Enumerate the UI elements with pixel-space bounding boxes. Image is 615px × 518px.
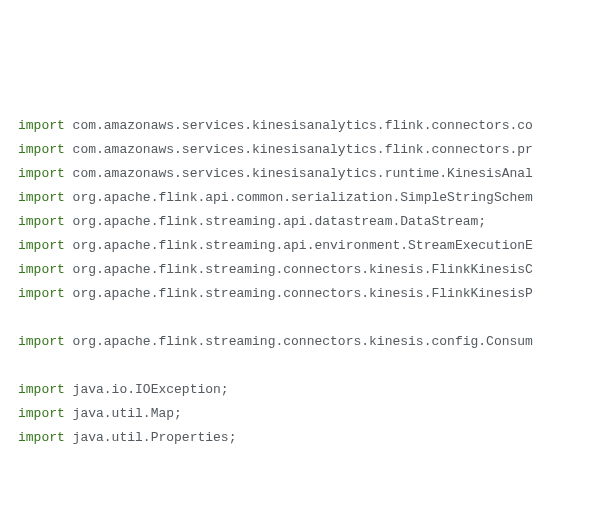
import-line: import com.amazonaws.services.kinesisana… — [18, 162, 597, 186]
keyword-import: import — [18, 118, 65, 133]
import-line: import org.apache.flink.streaming.api.da… — [18, 210, 597, 234]
keyword-import: import — [18, 262, 65, 277]
import-statement: com.amazonaws.services.kinesisanalytics.… — [65, 142, 533, 157]
import-line: import java.io.IOException; — [18, 378, 597, 402]
import-line: import org.apache.flink.streaming.connec… — [18, 282, 597, 306]
keyword-import: import — [18, 142, 65, 157]
import-line: import java.util.Properties; — [18, 426, 597, 450]
import-line: import java.util.Map; — [18, 402, 597, 426]
import-line: import com.amazonaws.services.kinesisana… — [18, 114, 597, 138]
import-statement: com.amazonaws.services.kinesisanalytics.… — [65, 166, 533, 181]
blank-line — [18, 450, 597, 474]
import-statement: org.apache.flink.streaming.connectors.ki… — [65, 286, 533, 301]
import-line: import com.amazonaws.services.kinesisana… — [18, 138, 597, 162]
import-line: import org.apache.flink.streaming.connec… — [18, 330, 597, 354]
keyword-import: import — [18, 382, 65, 397]
import-statement: java.util.Map; — [65, 406, 182, 421]
keyword-import: import — [18, 190, 65, 205]
keyword-import: import — [18, 430, 65, 445]
import-statement: java.io.IOException; — [65, 382, 229, 397]
keyword-import: import — [18, 406, 65, 421]
keyword-import: import — [18, 214, 65, 229]
blank-line — [18, 498, 597, 518]
import-statement: org.apache.flink.streaming.api.environme… — [65, 238, 533, 253]
import-statement: org.apache.flink.streaming.connectors.ki… — [65, 262, 533, 277]
import-statement: org.apache.flink.streaming.connectors.ki… — [65, 334, 533, 349]
keyword-import: import — [18, 286, 65, 301]
import-statement: java.util.Properties; — [65, 430, 237, 445]
keyword-import: import — [18, 334, 65, 349]
keyword-import: import — [18, 166, 65, 181]
import-line: import org.apache.flink.streaming.api.en… — [18, 234, 597, 258]
import-statement: org.apache.flink.streaming.api.datastrea… — [65, 214, 486, 229]
code-block: import com.amazonaws.services.kinesisana… — [18, 114, 597, 518]
blank-line — [18, 306, 597, 330]
import-statement: com.amazonaws.services.kinesisanalytics.… — [65, 118, 533, 133]
blank-line — [18, 354, 597, 378]
keyword-import: import — [18, 238, 65, 253]
import-line: import org.apache.flink.api.common.seria… — [18, 186, 597, 210]
import-line: import org.apache.flink.streaming.connec… — [18, 258, 597, 282]
blank-line — [18, 474, 597, 498]
import-statement: org.apache.flink.api.common.serializatio… — [65, 190, 533, 205]
